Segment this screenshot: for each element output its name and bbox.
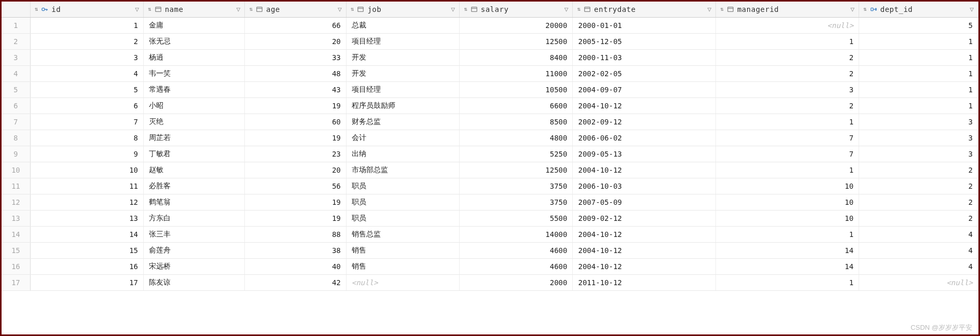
- sort-icon[interactable]: ⇅: [148, 6, 151, 12]
- cell-name[interactable]: 张无忌: [144, 33, 245, 49]
- cell-age[interactable]: 19: [245, 194, 346, 210]
- cell-name[interactable]: 小昭: [144, 97, 245, 114]
- cell-name[interactable]: 陈友谅: [144, 274, 245, 290]
- cell-id[interactable]: 8: [30, 130, 143, 146]
- cell-entrydate[interactable]: 2004-10-12: [573, 242, 716, 258]
- cell-age[interactable]: 42: [245, 274, 346, 290]
- filter-icon[interactable]: ▽: [451, 5, 455, 13]
- cell-dept_id[interactable]: 5: [859, 17, 978, 33]
- cell-managerid[interactable]: 1: [716, 274, 859, 290]
- cell-entrydate[interactable]: 2004-10-12: [573, 97, 716, 114]
- cell-age[interactable]: 33: [245, 49, 346, 65]
- cell-name[interactable]: 宋远桥: [144, 258, 245, 274]
- column-header-salary[interactable]: ⇅salary▽: [460, 2, 573, 17]
- cell-name[interactable]: 鹤笔翁: [144, 194, 245, 210]
- cell-job[interactable]: 开发: [346, 65, 459, 81]
- sort-icon[interactable]: ⇅: [863, 6, 867, 12]
- column-header-dept_id[interactable]: ⇅dept_id▽: [859, 2, 978, 17]
- cell-name[interactable]: 金庸: [144, 17, 245, 33]
- cell-id[interactable]: 14: [30, 226, 143, 242]
- cell-age[interactable]: 19: [245, 130, 346, 146]
- filter-icon[interactable]: ▽: [237, 5, 241, 13]
- table-row[interactable]: 1515俞莲舟38销售46002004-10-12144: [2, 242, 978, 258]
- cell-managerid[interactable]: 1: [716, 226, 859, 242]
- cell-id[interactable]: 2: [30, 33, 143, 49]
- cell-entrydate[interactable]: 2006-10-03: [573, 178, 716, 194]
- sort-icon[interactable]: ⇅: [249, 6, 253, 12]
- cell-entrydate[interactable]: 2004-10-12: [573, 162, 716, 178]
- cell-dept_id[interactable]: 4: [859, 258, 978, 274]
- cell-name[interactable]: 赵敏: [144, 162, 245, 178]
- cell-dept_id[interactable]: 2: [859, 162, 978, 178]
- filter-icon[interactable]: ▽: [970, 5, 974, 13]
- table-row[interactable]: 1616宋远桥40销售46002004-10-12144: [2, 258, 978, 274]
- cell-managerid[interactable]: 7: [716, 146, 859, 162]
- cell-job[interactable]: 项目经理: [346, 81, 459, 97]
- table-row[interactable]: 88周芷若19会计48002006-06-0273: [2, 130, 978, 146]
- column-header-age[interactable]: ⇅age▽: [245, 2, 346, 17]
- cell-managerid[interactable]: 1: [716, 114, 859, 130]
- cell-job[interactable]: <null>: [346, 274, 459, 290]
- filter-icon[interactable]: ▽: [564, 5, 569, 13]
- cell-salary[interactable]: 5500: [460, 210, 573, 226]
- cell-dept_id[interactable]: 2: [859, 210, 978, 226]
- cell-salary[interactable]: 20000: [460, 17, 573, 33]
- table-row[interactable]: 1111必胜客56职员37502006-10-03102: [2, 178, 978, 194]
- cell-entrydate[interactable]: 2004-10-12: [573, 226, 716, 242]
- table-row[interactable]: 77灭绝60财务总监85002002-09-1213: [2, 114, 978, 130]
- cell-id[interactable]: 4: [30, 65, 143, 81]
- cell-salary[interactable]: 2000: [460, 274, 573, 290]
- column-header-name[interactable]: ⇅name▽: [144, 2, 245, 17]
- cell-managerid[interactable]: 7: [716, 130, 859, 146]
- cell-job[interactable]: 出纳: [346, 146, 459, 162]
- cell-dept_id[interactable]: 1: [859, 81, 978, 97]
- cell-id[interactable]: 17: [30, 274, 143, 290]
- cell-job[interactable]: 开发: [346, 49, 459, 65]
- cell-age[interactable]: 19: [245, 97, 346, 114]
- cell-managerid[interactable]: 10: [716, 210, 859, 226]
- table-row[interactable]: 44韦一笑48开发110002002-02-0521: [2, 65, 978, 81]
- cell-age[interactable]: 43: [245, 81, 346, 97]
- filter-icon[interactable]: ▽: [135, 5, 139, 13]
- cell-dept_id[interactable]: <null>: [859, 274, 978, 290]
- cell-dept_id[interactable]: 4: [859, 242, 978, 258]
- cell-salary[interactable]: 4800: [460, 130, 573, 146]
- cell-managerid[interactable]: 10: [716, 194, 859, 210]
- cell-managerid[interactable]: <null>: [716, 17, 859, 33]
- cell-salary[interactable]: 3750: [460, 178, 573, 194]
- cell-salary[interactable]: 4600: [460, 242, 573, 258]
- sort-icon[interactable]: ⇅: [577, 6, 581, 12]
- cell-dept_id[interactable]: 2: [859, 178, 978, 194]
- cell-id[interactable]: 1: [30, 17, 143, 33]
- cell-id[interactable]: 12: [30, 194, 143, 210]
- cell-id[interactable]: 5: [30, 81, 143, 97]
- cell-entrydate[interactable]: 2000-11-03: [573, 49, 716, 65]
- cell-salary[interactable]: 11000: [460, 65, 573, 81]
- cell-age[interactable]: 23: [245, 146, 346, 162]
- cell-entrydate[interactable]: 2002-02-05: [573, 65, 716, 81]
- table-row[interactable]: 1212鹤笔翁19职员37502007-05-09102: [2, 194, 978, 210]
- cell-salary[interactable]: 14000: [460, 226, 573, 242]
- table-row[interactable]: 1313方东白19职员55002009-02-12102: [2, 210, 978, 226]
- cell-entrydate[interactable]: 2009-02-12: [573, 210, 716, 226]
- cell-managerid[interactable]: 2: [716, 65, 859, 81]
- cell-name[interactable]: 方东白: [144, 210, 245, 226]
- sort-icon[interactable]: ⇅: [464, 6, 467, 12]
- cell-salary[interactable]: 10500: [460, 81, 573, 97]
- column-header-managerid[interactable]: ⇅managerid▽: [716, 2, 859, 17]
- table-row[interactable]: 22张无忌20项目经理125002005-12-0511: [2, 33, 978, 49]
- cell-job[interactable]: 会计: [346, 130, 459, 146]
- cell-id[interactable]: 10: [30, 162, 143, 178]
- cell-salary[interactable]: 5250: [460, 146, 573, 162]
- cell-dept_id[interactable]: 4: [859, 226, 978, 242]
- cell-salary[interactable]: 8500: [460, 114, 573, 130]
- filter-icon[interactable]: ▽: [850, 5, 854, 13]
- cell-age[interactable]: 48: [245, 65, 346, 81]
- column-header-id[interactable]: ⇅id▽: [30, 2, 143, 17]
- cell-job[interactable]: 程序员鼓励师: [346, 97, 459, 114]
- table-row[interactable]: 66小昭19程序员鼓励师66002004-10-1221: [2, 97, 978, 114]
- cell-id[interactable]: 11: [30, 178, 143, 194]
- cell-salary[interactable]: 8400: [460, 49, 573, 65]
- cell-salary[interactable]: 6600: [460, 97, 573, 114]
- cell-name[interactable]: 必胜客: [144, 178, 245, 194]
